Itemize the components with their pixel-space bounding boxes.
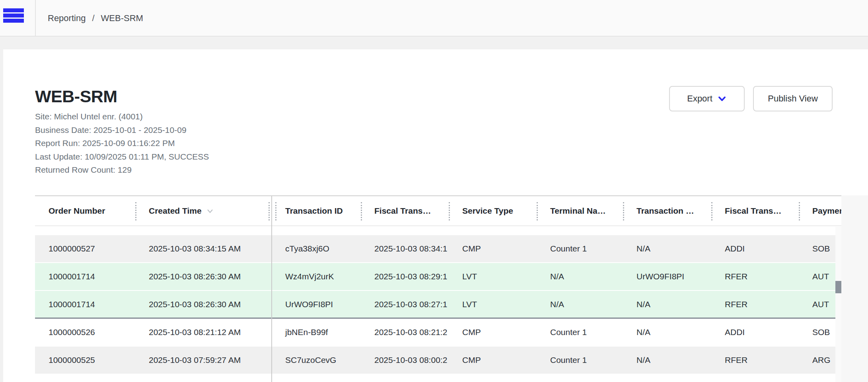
table-cell: LVT xyxy=(449,291,537,318)
table-row[interactable]: 10000017142025-10-03 08:26:30 AMUrWO9FI8… xyxy=(35,291,835,319)
table-cell: LVT xyxy=(449,263,537,290)
table-cell: 2025-10-03 08:21:2 xyxy=(361,319,449,346)
report-table: Order Number Created Time Transaction ID… xyxy=(35,195,841,382)
table-right-gutter xyxy=(841,195,868,382)
table-cell: SC7uzoCevG xyxy=(272,347,361,374)
table-spacer-row xyxy=(35,226,835,235)
table-cell: N/A xyxy=(623,347,711,374)
column-resize-handle[interactable] xyxy=(269,202,270,220)
table-cell: 2025-10-03 08:26:30 AM xyxy=(135,263,272,290)
table-cell: N/A xyxy=(623,291,711,318)
column-resize-handle[interactable] xyxy=(711,202,712,220)
table-cell: UrWO9FI8PI xyxy=(623,263,711,290)
column-resize-handle[interactable] xyxy=(537,202,538,220)
table-cell: 1000000525 xyxy=(35,347,135,374)
table-cell: 1000000527 xyxy=(35,235,135,262)
chevron-down-icon xyxy=(717,94,727,103)
breadcrumb-item-current: WEB-SRM xyxy=(101,13,143,23)
table-cell: N/A xyxy=(623,319,711,346)
table-body: 10000005272025-10-03 08:34:15 AMcTya38xj… xyxy=(35,226,835,374)
publish-view-button[interactable]: Publish View xyxy=(753,86,833,111)
column-header[interactable]: Fiscal Trans… xyxy=(711,196,799,226)
table-cell: 1000001714 xyxy=(35,291,135,318)
breadcrumb: Reporting / WEB-SRM xyxy=(48,0,143,37)
table-cell: AUT xyxy=(799,263,841,290)
table-cell: ARG xyxy=(799,347,841,374)
column-resize-handle[interactable] xyxy=(799,202,800,220)
column-header[interactable]: Transaction … xyxy=(623,196,711,226)
meta-site: Site: Michel Untel enr. (4001) xyxy=(35,110,209,123)
column-resize-handle[interactable] xyxy=(623,202,624,220)
column-header[interactable]: Service Type xyxy=(449,196,537,226)
report-meta: Site: Michel Untel enr. (4001) Business … xyxy=(35,110,209,177)
table-cell: 1000000526 xyxy=(35,319,135,346)
table-cell: Counter 1 xyxy=(537,319,623,346)
table-cell: Wz4mVj2urK xyxy=(272,263,361,290)
scrollbar-thumb[interactable] xyxy=(835,281,841,293)
vertical-scrollbar[interactable] xyxy=(835,227,841,382)
table-row[interactable]: 10000005262025-10-03 08:21:12 AMjbNEn-B9… xyxy=(35,319,835,347)
topbar-divider xyxy=(35,0,36,37)
column-header[interactable]: Transaction ID xyxy=(272,196,361,226)
table-cell: 2025-10-03 08:34:15 AM xyxy=(135,235,272,262)
table-cell: 2025-10-03 08:21:12 AM xyxy=(135,319,272,346)
table-cell: RFER xyxy=(711,347,799,374)
table-cell: CMP xyxy=(449,235,537,262)
export-button[interactable]: Export xyxy=(669,86,745,111)
meta-business-date: Business Date: 2025-10-01 - 2025-10-09 xyxy=(35,123,209,137)
column-header-label: Terminal Na… xyxy=(550,206,606,216)
table-cell: 2025-10-03 08:00:2 xyxy=(361,347,449,374)
column-header-label: Fiscal Trans… xyxy=(725,206,781,216)
table-cell: 2025-10-03 08:34:1 xyxy=(361,235,449,262)
column-header-label: Fiscal Trans… xyxy=(374,206,431,216)
column-header-label: Created Time xyxy=(149,206,202,216)
table-row[interactable]: 10000005272025-10-03 08:34:15 AMcTya38xj… xyxy=(35,235,835,263)
column-header-label: Paymen xyxy=(812,206,841,216)
table-cell: 2025-10-03 08:27:1 xyxy=(361,291,449,318)
frozen-column-divider xyxy=(271,196,272,382)
column-resize-handle[interactable] xyxy=(449,202,450,220)
table-cell: UrWO9FI8PI xyxy=(272,291,361,318)
table-cell: 1000001714 xyxy=(35,263,135,290)
column-header[interactable]: Paymen xyxy=(799,196,841,226)
column-resize-handle[interactable] xyxy=(361,202,362,220)
table-cell: SOB xyxy=(799,319,841,346)
column-header-label: Transaction ID xyxy=(285,206,343,216)
table-cell: ADDI xyxy=(711,319,799,346)
table-row[interactable]: 10000017142025-10-03 08:26:30 AMWz4mVj2u… xyxy=(35,263,835,291)
table-cell: RFER xyxy=(711,291,799,318)
breadcrumb-item-reporting[interactable]: Reporting xyxy=(48,13,86,23)
export-button-label: Export xyxy=(687,94,712,104)
column-header[interactable]: Created Time xyxy=(135,196,272,226)
topbar: Reporting / WEB-SRM xyxy=(0,0,868,37)
meta-report-run: Report Run: 2025-10-09 01:16:22 PM xyxy=(35,136,209,150)
table-cell: N/A xyxy=(537,263,623,290)
column-resize-handle[interactable] xyxy=(135,202,136,220)
meta-row-count: Returned Row Count: 129 xyxy=(35,163,209,177)
table-cell: Counter 1 xyxy=(537,235,623,262)
table-cell: 2025-10-03 08:29:1 xyxy=(361,263,449,290)
meta-last-update: Last Update: 10/09/2025 01:11 PM, SUCCES… xyxy=(35,150,209,164)
report-card: WEB-SRM Site: Michel Untel enr. (4001) B… xyxy=(3,49,868,382)
column-resize-handle[interactable] xyxy=(275,202,276,220)
table-cell: jbNEn-B99f xyxy=(272,319,361,346)
table-cell: Counter 1 xyxy=(537,347,623,374)
table-cell: 2025-10-03 08:26:30 AM xyxy=(135,291,272,318)
table-cell: N/A xyxy=(623,235,711,262)
table-header-row: Order Number Created Time Transaction ID… xyxy=(35,196,841,226)
column-header[interactable]: Terminal Na… xyxy=(537,196,623,226)
table-cell: ADDI xyxy=(711,235,799,262)
table-cell: SOB xyxy=(799,235,841,262)
hamburger-menu-button[interactable] xyxy=(3,8,24,23)
column-header[interactable]: Fiscal Trans… xyxy=(361,196,449,226)
publish-view-button-label: Publish View xyxy=(768,94,818,104)
page-title: WEB-SRM xyxy=(35,87,117,106)
hamburger-icon xyxy=(3,8,24,12)
table-cell: CMP xyxy=(449,347,537,374)
column-header[interactable]: Order Number xyxy=(35,196,135,226)
breadcrumb-separator: / xyxy=(92,13,94,23)
table-cell: cTya38xj6O xyxy=(272,235,361,262)
column-header-label: Order Number xyxy=(49,206,105,216)
table-row[interactable]: 10000005252025-10-03 07:59:27 AMSC7uzoCe… xyxy=(35,347,835,374)
column-header-label: Transaction … xyxy=(636,206,694,216)
